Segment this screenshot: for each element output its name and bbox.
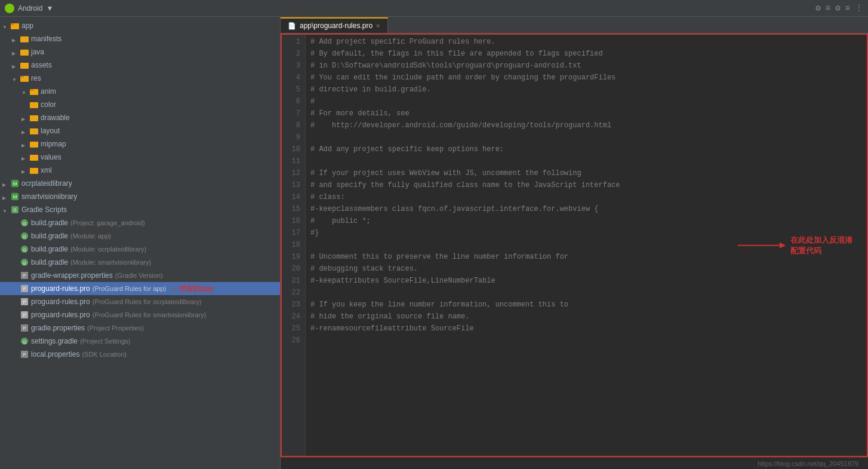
xml-label: xml: [41, 166, 52, 174]
sidebar-item-proguard-smart[interactable]: P proguard-rules.pro (ProGuard Rules for…: [0, 308, 280, 321]
tab-file-icon: 📄: [288, 22, 296, 30]
sidebar-item-build-gradle-project[interactable]: G build.gradle (Project: garage_android): [0, 216, 280, 229]
svg-text:G: G: [23, 260, 26, 266]
svg-text:P: P: [23, 300, 26, 304]
menu-icon[interactable]: ≡: [826, 4, 830, 13]
list-icon[interactable]: ≡: [845, 4, 850, 13]
folder-mipmap-icon: [30, 140, 38, 148]
java-label: java: [31, 48, 44, 56]
sidebar-item-res[interactable]: res: [0, 72, 280, 85]
editor-area: 📄 app\proguard-rules.pro × 1 2 3 4 5 6 7…: [281, 17, 868, 469]
res-label: res: [31, 74, 41, 82]
code-line-2: # By default, the flags in this file are…: [310, 48, 863, 60]
code-line-1: # Add project specific ProGuard rules he…: [310, 36, 863, 48]
line-num-21: 21: [281, 275, 305, 287]
sidebar-item-ocrplateidlibrary[interactable]: M ocrplateidlibrary: [0, 177, 280, 190]
more-icon[interactable]: ⋮: [855, 3, 863, 13]
sidebar-item-anim[interactable]: anim: [0, 85, 280, 98]
sidebar-item-manifests[interactable]: manifests: [0, 32, 280, 45]
gradle-properties-secondary: (Project Properties): [87, 324, 144, 332]
right-annotation-text: 在此处加入反混淆配置代码: [790, 234, 856, 256]
sidebar-item-gradle-scripts[interactable]: G Gradle Scripts: [0, 203, 280, 216]
proguard-app-arrow: →: [170, 284, 178, 293]
sidebar-item-app[interactable]: app: [0, 19, 280, 32]
sidebar-item-gradle-properties[interactable]: P gradle.properties (Project Properties): [0, 321, 280, 335]
proguard-ocr-icon: P: [20, 298, 29, 306]
code-line-25: #-renamesourcefileattribute SourceFile: [310, 323, 863, 335]
svg-text:P: P: [23, 287, 26, 291]
svg-text:G: G: [23, 339, 26, 345]
code-line-14: # class:: [310, 191, 863, 203]
build-gradle-smart-label: build.gradle: [31, 258, 68, 266]
sidebar-item-local-properties[interactable]: P local.properties (SDK Location): [0, 348, 280, 361]
svg-text:G: G: [23, 234, 26, 240]
folder-assets-icon: [20, 61, 29, 69]
manifests-label: manifests: [31, 35, 61, 43]
sidebar-item-values[interactable]: values: [0, 151, 280, 164]
line-num-13: 13: [281, 179, 305, 191]
sidebar-item-proguard-app[interactable]: P proguard-rules.pro (ProGuard Rules for…: [0, 282, 280, 295]
code-line-20: # debugging stack traces.: [310, 263, 863, 275]
sidebar-item-settings-gradle[interactable]: G settings.gradle (Project Settings): [0, 335, 280, 348]
code-line-4: # You can edit the include path and orde…: [310, 72, 863, 84]
line-num-15: 15: [281, 203, 305, 215]
svg-text:P: P: [23, 313, 26, 317]
line-num-7: 7: [281, 108, 305, 119]
sidebar-item-mipmap[interactable]: mipmap: [0, 137, 280, 151]
title-bar-left: Android ▼: [5, 4, 53, 13]
sidebar-item-xml[interactable]: xml: [0, 164, 280, 177]
code-line-8: # http://developer.android.com/guide/dev…: [310, 119, 863, 131]
sidebar-item-java[interactable]: java: [0, 45, 280, 59]
code-line-16: # public *;: [310, 215, 863, 227]
svg-text:P: P: [23, 326, 26, 330]
dropdown-arrow[interactable]: ▼: [46, 4, 53, 13]
settings-gradle-icon: G: [20, 337, 29, 345]
local-properties-secondary: (SDK Location): [82, 351, 127, 358]
local-properties-icon: P: [20, 350, 29, 358]
sidebar: app manifests java: [0, 17, 281, 469]
code-editor: 1 2 3 4 5 6 7 8 9 10 11 12 13 14 15 16 1…: [281, 33, 868, 457]
folder-anim-icon: [30, 87, 38, 96]
proguard-app-icon: P: [20, 284, 29, 293]
proguard-smart-icon: P: [20, 311, 29, 319]
sidebar-item-build-gradle-ocr[interactable]: G build.gradle (Module: ocrplateidlibrar…: [0, 243, 280, 256]
sidebar-item-drawable[interactable]: drawable: [0, 111, 280, 124]
settings-icon[interactable]: ⚙: [815, 3, 820, 13]
sidebar-item-layout[interactable]: layout: [0, 124, 280, 137]
chevron-anim: [21, 88, 29, 95]
sidebar-item-assets[interactable]: assets: [0, 59, 280, 72]
build-gradle-app-label: build.gradle: [31, 232, 68, 240]
sidebar-content[interactable]: app manifests java: [0, 17, 280, 469]
proguard-app-secondary: (ProGuard Rules for app): [93, 285, 167, 292]
sidebar-item-proguard-ocr[interactable]: P proguard-rules.pro (ProGuard Rules for…: [0, 295, 280, 308]
settings-gradle-label: settings.gradle: [31, 337, 78, 345]
line-numbers: 1 2 3 4 5 6 7 8 9 10 11 12 13 14 15 16 1…: [281, 33, 306, 457]
sidebar-item-gradle-wrapper[interactable]: P gradle-wrapper.properties (Gradle Vers…: [0, 269, 280, 282]
properties-wrapper-icon: P: [20, 271, 29, 280]
ocr-label: ocrplateidlibrary: [21, 179, 72, 188]
sidebar-item-smartvisioniibrary[interactable]: M smartvisioniibrary: [0, 190, 280, 203]
code-line-10: # Add any project specific keep options …: [310, 143, 863, 155]
tab-bar: 📄 app\proguard-rules.pro ×: [281, 17, 868, 33]
gradle-wrapper-label: gradle-wrapper.properties: [31, 271, 113, 280]
tab-close-button[interactable]: ×: [376, 22, 380, 29]
sidebar-item-build-gradle-app[interactable]: G build.gradle (Module: app): [0, 229, 280, 243]
line-num-6: 6: [281, 96, 305, 108]
line-num-10: 10: [281, 143, 305, 155]
chevron-res: [12, 75, 19, 82]
settings2-icon[interactable]: ⚙: [835, 3, 840, 13]
proguard-smart-label: proguard-rules.pro: [31, 311, 90, 319]
sidebar-item-build-gradle-smart[interactable]: G build.gradle (Module: smartvisioniibra…: [0, 256, 280, 269]
bottom-bar: https://blog.csdn.net/qq_20451879: [281, 457, 868, 469]
gradle-properties-label: gradle.properties: [31, 324, 85, 332]
app-label: app: [21, 22, 33, 30]
svg-rect-11: [30, 128, 38, 134]
line-num-5: 5: [281, 84, 305, 96]
svg-text:G: G: [13, 208, 16, 212]
code-line-7: # For more details, see: [310, 108, 863, 119]
tab-proguard-rules[interactable]: 📄 app\proguard-rules.pro ×: [281, 17, 388, 33]
svg-text:G: G: [23, 247, 26, 253]
proguard-smart-secondary: (ProGuard Rules for smartvisioniibrary): [93, 311, 207, 318]
module-smart-icon: M: [11, 192, 19, 201]
sidebar-item-color[interactable]: color: [0, 98, 280, 111]
